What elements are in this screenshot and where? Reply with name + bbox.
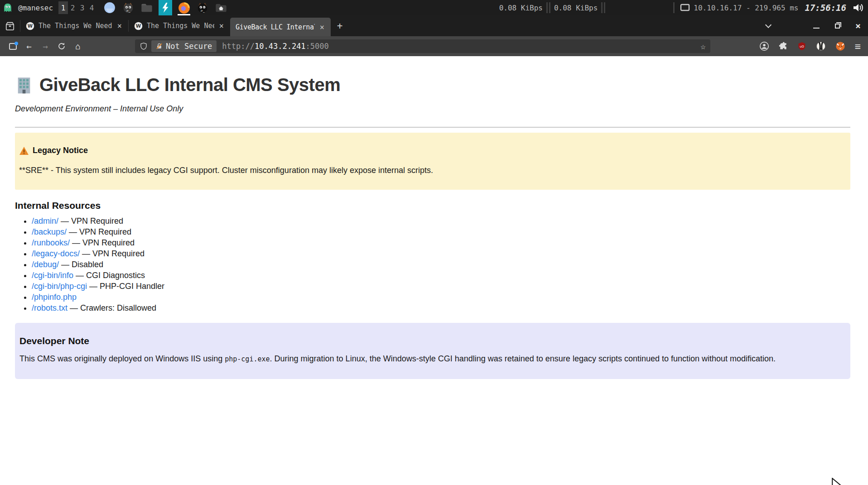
host-latency: 10.10.16.17 - 219.965 ms <box>694 4 798 12</box>
tab-2[interactable]: W The Things We Need × <box>129 15 230 36</box>
security-chip[interactable]: Not Secure <box>151 40 217 52</box>
menu-icon[interactable]: ≡ <box>855 41 861 52</box>
resource-desc: — VPN Required <box>70 238 135 247</box>
speaker-icon[interactable] <box>853 3 864 13</box>
workspace-4[interactable]: 4 <box>87 1 96 14</box>
close-icon[interactable]: × <box>319 23 325 32</box>
resource-desc: — VPN Required <box>58 216 123 226</box>
developer-note-body: This CMS was originally deployed on Wind… <box>19 354 846 364</box>
tab-1[interactable]: W The Things We Need – × <box>20 15 128 36</box>
url-text[interactable]: http://10.43.2.241:5000 <box>222 42 328 51</box>
window-controls: × <box>766 15 868 36</box>
list-item: /legacy-docs/ — VPN Required <box>32 250 850 258</box>
lock-slash-icon <box>156 43 163 50</box>
nav-toolbar: ← → ⌂ Not Secure http://10.43.2.241:5000… <box>0 36 868 56</box>
resource-link[interactable]: /debug/ <box>32 260 59 269</box>
close-icon[interactable]: × <box>218 21 225 30</box>
reload-button[interactable] <box>53 42 70 50</box>
firefox-icon[interactable] <box>177 0 191 15</box>
resources-heading: Internal Resources <box>15 200 850 211</box>
resource-link[interactable]: /runbooks/ <box>32 238 70 247</box>
list-item: /admin/ — VPN Required <box>32 217 850 225</box>
resource-link[interactable]: /legacy-docs/ <box>32 249 80 258</box>
tab-title: The Things We Need – <box>39 22 112 30</box>
workspace-switcher: 1 2 3 4 <box>58 1 96 14</box>
svg-text:>_: >_ <box>126 9 130 13</box>
foxyproxy-icon[interactable] <box>835 41 845 51</box>
list-item: /cgi-bin/info — CGI Diagnostics <box>32 271 850 279</box>
tab-list-chevron-icon[interactable] <box>765 22 772 28</box>
code-inline: php-cgi.exe <box>225 355 270 363</box>
resource-desc: — VPN Required <box>67 227 131 236</box>
bookmark-star-icon[interactable]: ☆ <box>700 41 705 51</box>
account-icon[interactable] <box>759 41 769 51</box>
app-tray: >_ <box>103 0 228 15</box>
kitty-terminal-dark-icon[interactable]: >_ <box>196 0 209 15</box>
back-button[interactable]: ← <box>21 41 37 51</box>
developer-note-title: Developer Note <box>19 336 846 346</box>
resources-list: /admin/ — VPN Required /backups/ — VPN R… <box>15 217 850 312</box>
separator <box>601 2 603 13</box>
home-folder-icon[interactable] <box>214 0 228 15</box>
folder-icon[interactable] <box>140 0 154 15</box>
status-right: 0.08 KiBps 0.08 KiBps 10.10.16.17 - 219.… <box>499 2 868 13</box>
separator <box>546 2 548 13</box>
screen: @manesec 1 2 3 4 >_ <box>0 0 868 485</box>
toolbox-icon <box>5 21 15 30</box>
top-status-bar: @manesec 1 2 3 4 >_ <box>0 0 868 15</box>
net-upload: 0.08 KiBps <box>554 4 598 12</box>
list-item: /runbooks/ — VPN Required <box>32 239 850 247</box>
resource-link[interactable]: /backups/ <box>32 227 67 236</box>
workspace-1[interactable]: 1 <box>58 1 68 14</box>
resource-desc: — VPN Required <box>80 249 145 258</box>
resource-desc: — PHP-CGI Handler <box>87 282 164 291</box>
minimize-button[interactable] <box>813 28 820 29</box>
shield-icon[interactable] <box>140 42 148 51</box>
page-title: GiveBack LLC Internal CMS System <box>15 75 850 95</box>
tab-bar: W The Things We Need – × W The Things We… <box>0 15 868 36</box>
user-tag: @manesec <box>18 4 53 12</box>
page-content: GiveBack LLC Internal CMS System Develop… <box>0 56 868 485</box>
forward-button[interactable]: → <box>37 41 53 51</box>
firefox-view-icon[interactable] <box>5 43 21 50</box>
wordpress-icon: W <box>26 22 34 30</box>
workspace-2[interactable]: 2 <box>68 1 77 14</box>
net-download: 0.08 KiBps <box>499 4 543 12</box>
resource-link[interactable]: /cgi-bin/php-cgi <box>32 282 87 291</box>
extension-icons: uO ≡ <box>759 41 861 52</box>
legacy-notice-title: Legacy Notice <box>19 146 846 155</box>
tab-title: The Things We Need <box>147 22 214 30</box>
extensions-puzzle-icon[interactable] <box>779 42 788 51</box>
url-port: :5000 <box>306 42 329 51</box>
planet-icon[interactable] <box>103 0 116 15</box>
workspace-3[interactable]: 3 <box>77 1 87 14</box>
close-icon[interactable]: × <box>116 21 123 30</box>
firefox-view-button[interactable] <box>0 15 20 36</box>
list-item: /debug/ — Disabled <box>32 260 850 269</box>
resource-link[interactable]: /phpinfo.php <box>32 293 77 302</box>
clock: 17:56:16 <box>805 3 846 13</box>
home-button[interactable]: ⌂ <box>70 41 86 51</box>
resource-desc: — Disabled <box>59 260 103 269</box>
restore-button[interactable] <box>835 24 840 29</box>
kitty-terminal-icon[interactable]: >_ <box>121 0 135 15</box>
svg-text:W: W <box>136 23 141 29</box>
new-tab-button[interactable]: + <box>331 15 349 36</box>
privacy-badger-icon[interactable] <box>816 41 826 51</box>
window-close-button[interactable]: × <box>855 20 861 31</box>
resource-link[interactable]: /robots.txt <box>32 303 68 312</box>
developer-note-box: Developer Note This CMS was originally d… <box>15 323 850 379</box>
legacy-notice-body: **SRE** - This system still includes leg… <box>19 166 846 175</box>
lightning-icon[interactable] <box>159 0 172 15</box>
ublock-origin-icon[interactable]: uO <box>797 42 806 51</box>
list-item: /robots.txt — Crawlers: Disallowed <box>32 304 850 312</box>
resource-link[interactable]: /admin/ <box>32 216 58 226</box>
url-bar[interactable]: Not Secure http://10.43.2.241:5000 ☆ <box>135 39 710 53</box>
svg-text:uO: uO <box>800 45 804 48</box>
resource-link[interactable]: /cgi-bin/info <box>32 271 73 280</box>
svg-text:>_: >_ <box>200 9 205 13</box>
monitor-icon <box>680 4 690 12</box>
ghost-icon <box>3 2 13 13</box>
office-building-icon <box>15 76 33 94</box>
tab-3-active[interactable]: GiveBack LLC Internal CM × <box>230 18 331 36</box>
